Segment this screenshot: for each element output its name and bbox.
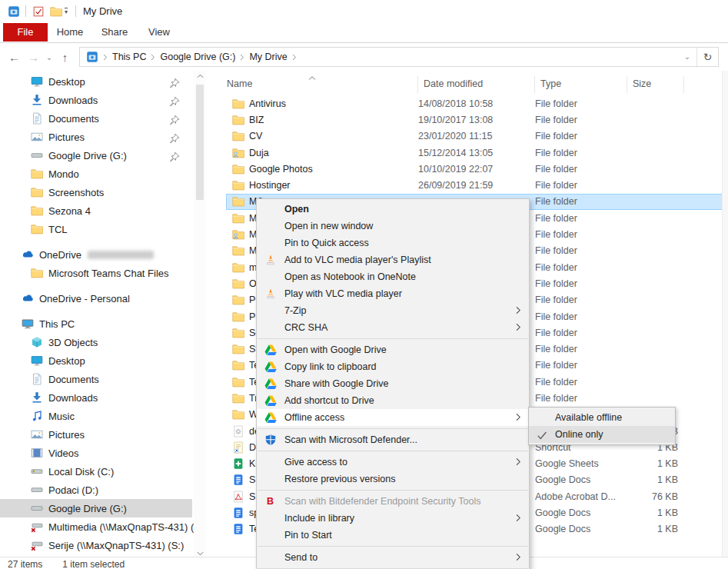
sidebar-item-label: Microsoft Teams Chat Files bbox=[48, 268, 169, 279]
app-drive-icon bbox=[7, 5, 20, 18]
sidebar-item-serije-maxqnapts-431-s[interactable]: Serije (\\MaxQnapTS-431) (S:) bbox=[0, 536, 192, 554]
menu-item-play-with-vlc-media-player[interactable]: Play with VLC media player bbox=[257, 285, 529, 302]
sidebar-gap bbox=[0, 308, 206, 314]
scrollbar-thumb[interactable] bbox=[196, 85, 204, 200]
context-menu: OpenOpen in new windowPin to Quick acces… bbox=[256, 198, 530, 569]
sidebar-item-podaci-d[interactable]: Podaci (D:) bbox=[0, 481, 192, 499]
menu-item-pin-to-quick-access[interactable]: Pin to Quick access bbox=[257, 235, 529, 251]
file-list-scrollbar[interactable] bbox=[722, 71, 728, 559]
breadcrumb-google-drive-g[interactable]: Google Drive (G:) bbox=[160, 52, 235, 62]
file-size: 76 KB bbox=[627, 491, 684, 502]
sidebar-item-this-pc[interactable]: This PC bbox=[0, 314, 192, 333]
file-type: Google Docs bbox=[535, 524, 627, 534]
menu-item-label: Give access to bbox=[284, 457, 347, 468]
menu-item-7-zip[interactable]: 7-Zip bbox=[257, 302, 529, 319]
refresh-button[interactable]: ↻ bbox=[696, 48, 718, 66]
quick-access-toolbar-dropdown-icon[interactable]: ▾ bbox=[65, 8, 68, 15]
menu-item-crc-sha[interactable]: CRC SHA bbox=[257, 319, 529, 336]
scroll-up-icon[interactable] bbox=[194, 71, 206, 82]
desktop-icon bbox=[30, 354, 43, 368]
menu-item-add-shortcut-to-drive[interactable]: Add shortcut to Drive bbox=[257, 392, 529, 409]
menu-item-scan-with-microsoft-defender[interactable]: Scan with Microsoft Defender... bbox=[257, 431, 529, 448]
menu-item-label: Add shortcut to Drive bbox=[284, 395, 374, 406]
tab-share[interactable]: Share bbox=[92, 23, 137, 42]
submenu-item-available-offline[interactable]: Available offline bbox=[529, 409, 675, 426]
menu-item-pin-to-start[interactable]: Pin to Start bbox=[257, 527, 529, 544]
column-header-size[interactable]: Size bbox=[627, 76, 684, 93]
sidebar-item-onedrive-personal[interactable]: OneDrive - Personal bbox=[0, 289, 192, 308]
tab-home[interactable]: Home bbox=[48, 23, 92, 42]
sidebar-item-local-disk-c[interactable]: Local Disk (C:) bbox=[0, 462, 192, 481]
menu-item-send-to[interactable]: Send to bbox=[257, 549, 529, 566]
new-folder-icon[interactable] bbox=[49, 5, 62, 18]
titlebar-divider bbox=[75, 5, 76, 17]
sidebar-item-pictures[interactable]: Pictures bbox=[0, 425, 192, 444]
sidebar-item-multimedia-maxqnapts-431-m[interactable]: Multimedia (\\MaxQnapTS-431) (M:) bbox=[0, 517, 192, 536]
sidebar-item-screenshots[interactable]: Screenshots bbox=[0, 183, 192, 201]
menu-item-label: Send to bbox=[284, 552, 317, 563]
menu-item-open-as-notebook-in-onenote[interactable]: Open as Notebook in OneNote bbox=[257, 268, 529, 285]
address-bar: ← → ⌄ ↑ This PCGoogle Drive (G:)My Drive… bbox=[0, 43, 728, 71]
menu-item-label: Open with Google Drive bbox=[284, 344, 387, 355]
tab-file[interactable]: File bbox=[3, 23, 48, 42]
sidebar-item-music[interactable]: Music bbox=[0, 407, 192, 425]
sidebar-item-mondo[interactable]: Mondo bbox=[0, 165, 192, 183]
sidebar-item-microsoft-teams-chat-files[interactable]: Microsoft Teams Chat Files bbox=[0, 264, 192, 282]
sidebar-item-documents[interactable]: Documents bbox=[0, 370, 192, 388]
sidebar-item-google-drive-g[interactable]: Google Drive (G:) bbox=[0, 499, 192, 517]
menu-item-copy-link-to-clipboard[interactable]: Copy link to clipboard bbox=[257, 358, 529, 375]
file-row-antivirus[interactable]: Antivirus14/08/2018 10:58File folder bbox=[226, 95, 728, 111]
menu-item-give-access-to[interactable]: Give access to bbox=[257, 454, 529, 471]
menu-item-open-in-new-window[interactable]: Open in new window bbox=[257, 218, 529, 235]
menu-item-open-with-google-drive[interactable]: Open with Google Drive bbox=[257, 341, 529, 358]
sidebar-item-sezona-4[interactable]: Sezona 4 bbox=[0, 201, 192, 220]
menu-item-share-with-google-drive[interactable]: Share with Google Drive bbox=[257, 375, 529, 392]
column-header-type[interactable]: Type bbox=[535, 76, 627, 93]
sidebar-item-documents[interactable]: Documents bbox=[0, 109, 192, 128]
breadcrumb-my-drive[interactable]: My Drive bbox=[249, 52, 287, 62]
menu-item-include-in-library[interactable]: Include in library bbox=[257, 510, 529, 527]
file-row-cv[interactable]: CV23/01/2020 11:15File folder bbox=[226, 128, 728, 145]
menu-item-offline-access[interactable]: Offline access bbox=[257, 409, 529, 426]
file-row-google-photos[interactable]: Google Photos10/10/2019 22:07File folder bbox=[226, 161, 728, 177]
onedrive-icon bbox=[21, 292, 34, 305]
sidebar-item-desktop[interactable]: Desktop bbox=[0, 351, 192, 370]
sidebar-item-pictures[interactable]: Pictures bbox=[0, 128, 192, 146]
up-button[interactable]: ↑ bbox=[55, 51, 75, 64]
tab-view[interactable]: View bbox=[137, 23, 181, 42]
file-row-hostinger[interactable]: Hostinger26/09/2019 21:59File folder bbox=[226, 177, 728, 193]
breadcrumb-chevron-icon[interactable] bbox=[292, 54, 297, 61]
folder-icon bbox=[231, 195, 244, 208]
breadcrumb-this-pc[interactable]: This PC bbox=[112, 52, 146, 62]
menu-item-label: Pin to Quick access bbox=[284, 238, 369, 248]
breadcrumb-chevron-icon[interactable] bbox=[103, 54, 108, 61]
breadcrumb-chevron-icon[interactable] bbox=[151, 54, 155, 61]
sidebar-item-onedrive[interactable]: OneDrive bbox=[0, 245, 192, 264]
breadcrumb-chevron-icon[interactable] bbox=[240, 54, 244, 61]
address-box[interactable]: This PCGoogle Drive (G:)My Drive ⌄ ↻ bbox=[79, 47, 719, 67]
file-row-biz[interactable]: BIZ19/10/2017 13:08File folder bbox=[226, 111, 728, 128]
sidebar-scrollbar[interactable] bbox=[194, 71, 206, 559]
sidebar-item-tcl[interactable]: TCL bbox=[0, 220, 192, 238]
address-dropdown-icon[interactable]: ⌄ bbox=[678, 48, 696, 66]
recent-locations-dropdown-icon[interactable]: ⌄ bbox=[43, 53, 55, 62]
vlc-icon bbox=[264, 287, 277, 300]
submenu-item-online-only[interactable]: Online only bbox=[529, 426, 675, 443]
forward-button[interactable]: → bbox=[24, 51, 43, 64]
back-button[interactable]: ← bbox=[5, 51, 24, 64]
sidebar-item-google-drive-g[interactable]: Google Drive (G:) bbox=[0, 146, 192, 165]
folder-icon bbox=[231, 261, 244, 274]
column-header-date-modified[interactable]: Date modified bbox=[418, 76, 535, 93]
sidebar-item-desktop[interactable]: Desktop bbox=[0, 72, 192, 91]
sidebar-item-downloads[interactable]: Downloads bbox=[0, 388, 192, 407]
sidebar-item-3d-objects[interactable]: 3D Objects bbox=[0, 333, 192, 351]
menu-item-open[interactable]: Open bbox=[257, 201, 529, 218]
sidebar-item-videos[interactable]: Videos bbox=[0, 444, 192, 462]
sidebar-item-downloads[interactable]: Downloads bbox=[0, 91, 192, 109]
menu-item-add-to-vlc-media-player-s-playlist[interactable]: Add to VLC media player's Playlist bbox=[257, 251, 529, 268]
file-row-duja[interactable]: Duja15/12/2014 13:05File folder bbox=[226, 145, 728, 161]
properties-icon[interactable] bbox=[32, 5, 45, 18]
breadcrumb: This PCGoogle Drive (G:)My Drive bbox=[80, 51, 678, 64]
menu-item-restore-previous-versions[interactable]: Restore previous versions bbox=[257, 471, 529, 487]
pictures-icon bbox=[30, 428, 43, 441]
